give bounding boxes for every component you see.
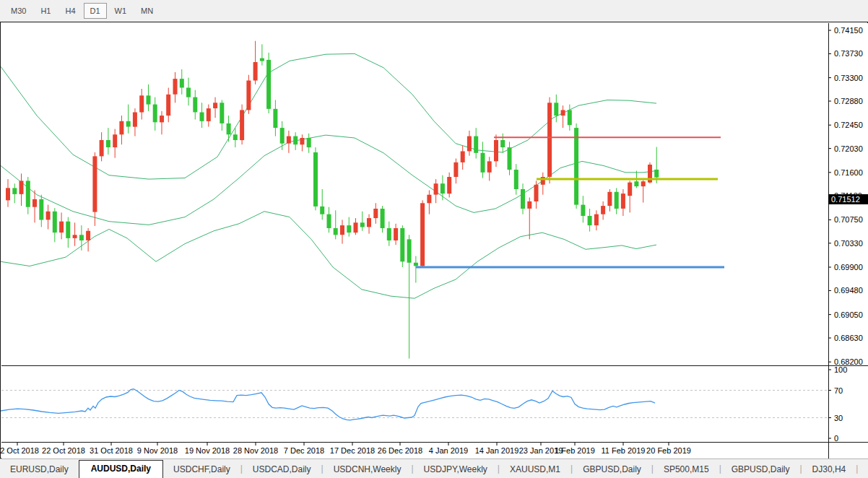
candle <box>79 235 84 240</box>
candle <box>447 177 451 194</box>
timeframe-button-h1[interactable]: H1 <box>34 3 57 19</box>
candle <box>273 109 277 128</box>
candle <box>166 95 170 116</box>
candle <box>547 103 552 177</box>
price-axis-label: 0.74150 <box>834 26 863 35</box>
chart-window: ▼AUDUSD,Daily 0.71651 0.72058 0.71404 0.… <box>0 22 868 459</box>
price-axis-label: 0.72880 <box>834 97 863 105</box>
candle <box>434 183 438 194</box>
candle <box>53 212 57 233</box>
candle <box>394 228 398 240</box>
candle <box>32 199 37 207</box>
candle <box>407 239 412 262</box>
chart-tab-usdchf-daily[interactable]: USDCHF,Daily <box>163 461 240 478</box>
chart-tab-gbpusd-daily[interactable]: GBPUSD,Daily <box>573 461 651 478</box>
candle <box>400 228 404 261</box>
candle <box>381 209 385 228</box>
candle <box>387 228 391 240</box>
candle <box>66 222 70 238</box>
candle <box>26 181 30 207</box>
candle <box>628 183 632 196</box>
candle <box>574 128 578 205</box>
candle <box>514 170 518 189</box>
candle <box>427 195 431 204</box>
candle <box>615 192 619 209</box>
candle <box>266 60 271 109</box>
chart-tab-usdjpy-weekly[interactable]: USDJPY,Weekly <box>414 461 498 478</box>
candle <box>253 62 258 81</box>
candle <box>634 181 638 186</box>
candle <box>500 140 505 147</box>
candle <box>106 140 110 147</box>
candle <box>588 216 592 225</box>
timeframe-button-h4[interactable]: H4 <box>58 3 82 19</box>
chart-tab-sp500-m15[interactable]: SP500,M15 <box>654 461 719 478</box>
candle <box>487 161 492 172</box>
candle <box>347 225 351 233</box>
candle <box>233 134 238 140</box>
price-chart-canvas[interactable]: 0.741500.737300.733000.728800.724500.720… <box>1 22 868 459</box>
date-axis-label: 28 Nov 2018 <box>233 446 278 455</box>
candle <box>113 134 117 147</box>
candle <box>453 162 458 177</box>
chart-tab-dj30-h4[interactable]: DJ30,H4 <box>802 461 856 478</box>
candle <box>621 194 625 209</box>
chart-tab-xauusd-m1[interactable]: XAUUSD,M1 <box>500 461 570 478</box>
chart-tab-usdcad-daily[interactable]: USDCAD,Daily <box>243 461 321 478</box>
candle <box>367 218 371 227</box>
candle <box>260 58 264 61</box>
date-axis-label: 17 Dec 2018 <box>330 446 375 455</box>
timeframe-button-mn[interactable]: MN <box>134 3 160 19</box>
candle <box>481 153 485 173</box>
candle <box>220 103 224 123</box>
candle <box>440 183 445 194</box>
candle <box>461 152 465 162</box>
chart-tab-tech10[interactable]: TECH10 <box>858 461 868 478</box>
rsi-axis-label: 70 <box>834 386 843 395</box>
candle <box>474 136 478 153</box>
candle <box>581 205 585 216</box>
date-axis-label: 26 Dec 2018 <box>378 446 422 455</box>
date-axis-label: 9 Nov 2018 <box>137 446 178 455</box>
timeframe-button-d1[interactable]: D1 <box>84 3 107 19</box>
candle <box>300 138 304 144</box>
chart-tab-eurusd-daily[interactable]: EURUSD,Daily <box>0 461 79 478</box>
candle <box>467 136 472 152</box>
candle <box>494 140 498 161</box>
timeframe-button-m30[interactable]: M30 <box>4 3 32 19</box>
candle <box>147 95 151 104</box>
candle <box>280 128 285 144</box>
candle <box>207 108 211 121</box>
chart-tab-usdcnh-weekly[interactable]: USDCNH,Weekly <box>324 461 412 478</box>
candle <box>287 136 291 144</box>
candle <box>119 121 123 135</box>
chart-tab-audusd-daily[interactable]: AUDUSD,Daily <box>79 460 163 478</box>
timeframe-button-w1[interactable]: W1 <box>108 3 134 19</box>
candle <box>86 231 90 240</box>
candle <box>340 225 344 235</box>
rsi-axis-label: 0 <box>834 434 838 443</box>
candle <box>186 88 191 97</box>
candle <box>126 121 131 127</box>
candle <box>561 110 565 116</box>
candle <box>527 201 531 209</box>
candle <box>601 206 605 214</box>
price-axis-label: 0.68630 <box>834 334 863 342</box>
timeframe-toolbar: M30H1H4D1W1MN <box>0 0 868 22</box>
candle <box>327 214 331 228</box>
price-axis-label: 0.69900 <box>834 263 863 271</box>
candle <box>39 199 43 220</box>
candle <box>139 95 144 112</box>
date-axis-label: 20 Feb 2019 <box>646 446 691 455</box>
price-axis-label: 0.70330 <box>834 239 863 248</box>
mt4-terminal: M30H1H4D1W1MN ▼AUDUSD,Daily 0.71651 0.72… <box>0 0 868 478</box>
price-axis-label: 0.71600 <box>834 168 863 177</box>
chart-tab-gbpusd-daily[interactable]: GBPUSD,Daily <box>721 461 800 478</box>
date-axis-label: 31 Oct 2018 <box>90 446 133 455</box>
date-axis-label: 11 Feb 2019 <box>602 446 646 455</box>
candle <box>521 189 525 209</box>
candle <box>200 113 204 121</box>
candle <box>6 188 10 200</box>
price-axis-label: 0.69480 <box>834 286 863 295</box>
candle <box>12 188 17 194</box>
